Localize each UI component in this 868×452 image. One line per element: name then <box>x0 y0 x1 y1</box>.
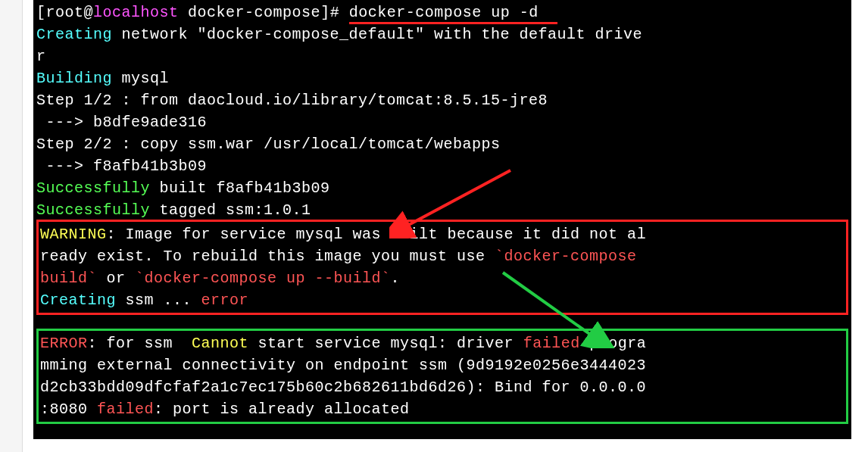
line-creating-network-wrap: r <box>36 45 848 67</box>
warning-creating: Creating ssm ... error <box>40 289 845 311</box>
prompt-host: localhost <box>93 4 179 21</box>
prompt-cwd: docker-compose <box>188 4 320 21</box>
prompt-line: [root@localhost docker-compose]# docker-… <box>36 2 848 23</box>
warning-line1: WARNING: Image for service mysql was bui… <box>40 223 845 245</box>
line-building: Building mysql <box>36 67 848 89</box>
line-step2-hash: ---> f8afb41b3b09 <box>36 155 848 177</box>
warning-box: WARNING: Image for service mysql was bui… <box>36 220 848 315</box>
error-line2: mming external connectivity on endpoint … <box>40 354 845 376</box>
warning-line2: ready exist. To rebuild this image you m… <box>40 245 845 267</box>
error-line1: ERROR: for ssm Cannot start service mysq… <box>40 332 845 354</box>
error-line3: d2cb33bdd09dfcfaf2a1c7ec175b60c2b682611b… <box>40 376 845 398</box>
editor-gutter <box>0 0 23 452</box>
line-creating-network: Creating network "docker-compose_default… <box>36 23 848 45</box>
warning-line3: build` or `docker-compose up --build`. <box>40 267 845 289</box>
prompt-user: root <box>46 4 84 21</box>
line-success-built: Successfully built f8afb41b3b09 <box>36 177 848 199</box>
line-step1: Step 1/2 : from daocloud.io/library/tomc… <box>36 89 848 111</box>
terminal-output: [root@localhost docker-compose]# docker-… <box>33 0 851 439</box>
prompt-command: docker-compose up -d <box>349 4 539 24</box>
error-line4: :8080 failed: port is already allocated <box>40 398 845 420</box>
line-step1-hash: ---> b8dfe9ade316 <box>36 111 848 133</box>
line-step2: Step 2/2 : copy ssm.war /usr/local/tomca… <box>36 133 848 155</box>
line-success-tagged: Successfully tagged ssm:1.0.1 <box>36 199 848 221</box>
error-box: ERROR: for ssm Cannot start service mysq… <box>36 329 848 424</box>
